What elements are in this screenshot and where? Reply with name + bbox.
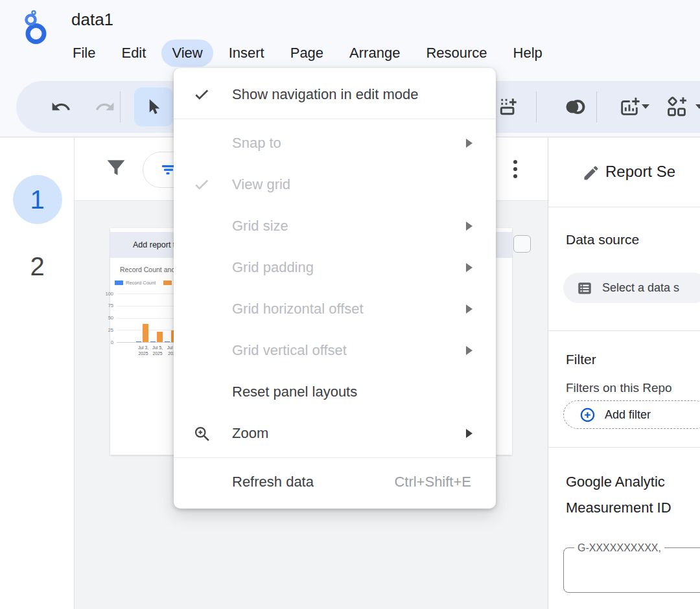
filter-funnel-icon[interactable] — [104, 156, 128, 183]
menu-item-label: View grid — [232, 176, 472, 193]
submenu-arrow-icon — [466, 304, 472, 314]
y-axis-tick-label: 100 — [100, 291, 113, 297]
menu-divider — [174, 457, 496, 458]
filter-heading: Filter — [566, 352, 596, 367]
view-menu-item-reset-panel-layouts[interactable]: Reset panel layouts — [174, 371, 496, 413]
menu-item-label: Snap to — [232, 135, 456, 152]
menubar-item-resource[interactable]: Resource — [415, 40, 497, 67]
menubar-item-arrange[interactable]: Arrange — [339, 40, 410, 67]
select-data-source-label: Select a data s — [602, 281, 679, 295]
view-menu-item-refresh-data[interactable]: Refresh dataCtrl+Shift+E — [174, 461, 496, 503]
ga-heading-line2: Measurement ID — [566, 500, 671, 516]
menu-item-label: Grid padding — [232, 259, 456, 276]
menubar-item-help[interactable]: Help — [503, 40, 553, 67]
submenu-arrow-icon — [466, 429, 472, 438]
menu-item-label: Refresh data — [232, 474, 394, 490]
looker-studio-logo-icon — [25, 6, 48, 52]
page-number: 2 — [30, 252, 44, 281]
menu-item-label: Reset panel layouts — [232, 384, 472, 400]
check-icon — [193, 176, 215, 194]
legend-item — [163, 281, 174, 285]
menu-item-label: Grid horizontal offset — [232, 301, 456, 317]
legend-swatch — [163, 281, 172, 285]
plus-circle-icon — [579, 407, 596, 423]
banner-box — [513, 235, 531, 253]
view-menu-item-zoom[interactable]: Zoom — [174, 413, 496, 454]
y-axis-tick-label: 50 — [100, 315, 113, 321]
view-menu-item-grid-vertical-offset: Grid vertical offset — [174, 330, 496, 371]
panel-divider — [548, 447, 700, 448]
bar-Record Count — [150, 341, 156, 343]
view-menu-item-view-grid: View grid — [174, 164, 496, 205]
menu-divider — [174, 119, 496, 119]
view-menu-item-grid-size: Grid size — [174, 205, 496, 247]
bar-Record Count — [136, 341, 141, 343]
y-axis-tick-label: 0 — [100, 339, 113, 345]
menubar-item-edit[interactable]: Edit — [111, 40, 156, 67]
menu-item-label: Show navigation in edit mode — [232, 86, 472, 103]
data-source-icon — [576, 280, 593, 297]
toolbar-divider — [536, 91, 537, 122]
menubar-item-file[interactable]: File — [62, 40, 106, 67]
add-filter-label: Add filter — [605, 408, 651, 422]
bar-Record Count — [165, 341, 170, 343]
add-filter-button[interactable]: Add filter — [563, 400, 700, 429]
view-menu: Show navigation in edit modeSnap toView … — [174, 68, 496, 509]
data-source-heading: Data source — [566, 232, 639, 247]
select-data-source-button[interactable]: Select a data s — [563, 273, 700, 303]
menu-item-icon-slot — [193, 383, 215, 401]
legend-label: Record Count — [126, 280, 156, 286]
page-number: 1 — [13, 175, 62, 224]
menubar-item-insert[interactable]: Insert — [218, 40, 275, 67]
redo-icon — [89, 91, 121, 122]
menu-item-icon-slot — [193, 217, 215, 235]
looker-studio-app: data1 FileEditViewInsertPageArrangeResou… — [0, 0, 700, 609]
undo-icon[interactable] — [45, 91, 76, 122]
menu-item-icon-slot — [193, 473, 215, 491]
add-control-icon[interactable] — [661, 91, 692, 122]
ga-measurement-id-field[interactable]: G-XXXXXXXXXX, — [563, 547, 700, 593]
menu-item-icon-slot — [193, 134, 215, 152]
blend-data-icon[interactable] — [559, 91, 590, 122]
menubar-item-view[interactable]: View — [161, 40, 213, 67]
y-axis-tick-label: 25 — [100, 327, 113, 333]
submenu-arrow-icon — [466, 263, 472, 272]
submenu-arrow-icon — [466, 222, 472, 231]
legend-item: Record Count — [115, 280, 156, 286]
document-title[interactable]: data1 — [71, 10, 113, 30]
ga-field-label: G-XXXXXXXXXX, — [574, 542, 664, 554]
view-menu-item-grid-padding: Grid padding — [174, 247, 496, 288]
chart-legend: Record Count — [115, 280, 182, 286]
chart-title: Record Count and C — [120, 266, 182, 273]
panel-divider — [548, 330, 700, 331]
menu-item-icon-slot — [193, 341, 215, 360]
add-control-dropdown-icon[interactable] — [695, 104, 700, 109]
menubar-item-page[interactable]: Page — [280, 40, 334, 67]
page-thumbnail-2[interactable]: 2 — [0, 242, 75, 291]
pages-panel: 12 — [0, 138, 75, 609]
view-menu-item-show-navigation-in-edit-mode[interactable]: Show navigation in edit mode — [174, 74, 496, 115]
ga-field-input[interactable] — [569, 556, 699, 586]
ga-heading-line1: Google Analytic — [566, 474, 665, 490]
select-tool-icon[interactable] — [134, 87, 173, 126]
add-chart-dropdown-icon[interactable] — [642, 104, 649, 109]
menu-item-label: Grid vertical offset — [232, 342, 456, 359]
edit-pencil-icon — [582, 164, 600, 185]
menu-item-label: Grid size — [232, 218, 456, 235]
legend-swatch — [115, 281, 123, 285]
more-options-icon[interactable] — [510, 155, 520, 183]
bar-series1 — [143, 324, 148, 342]
add-chart-icon[interactable] — [614, 91, 645, 122]
menu-item-label: Zoom — [232, 425, 456, 442]
menu-item-shortcut: Ctrl+Shift+E — [394, 474, 471, 490]
view-menu-item-grid-horizontal-offset: Grid horizontal offset — [174, 288, 496, 330]
page-thumbnail-1[interactable]: 1 — [0, 175, 75, 224]
toolbar-divider — [596, 91, 597, 122]
toolbar-divider — [120, 91, 121, 122]
add-page-icon[interactable] — [493, 91, 524, 122]
report-settings-panel: Report Se Data source Select a data s Fi… — [548, 138, 700, 609]
submenu-arrow-icon — [466, 346, 472, 355]
filter-subheading: Filters on this Repo — [566, 381, 672, 395]
submenu-arrow-icon — [466, 139, 472, 148]
zoom-in-icon — [193, 424, 215, 442]
